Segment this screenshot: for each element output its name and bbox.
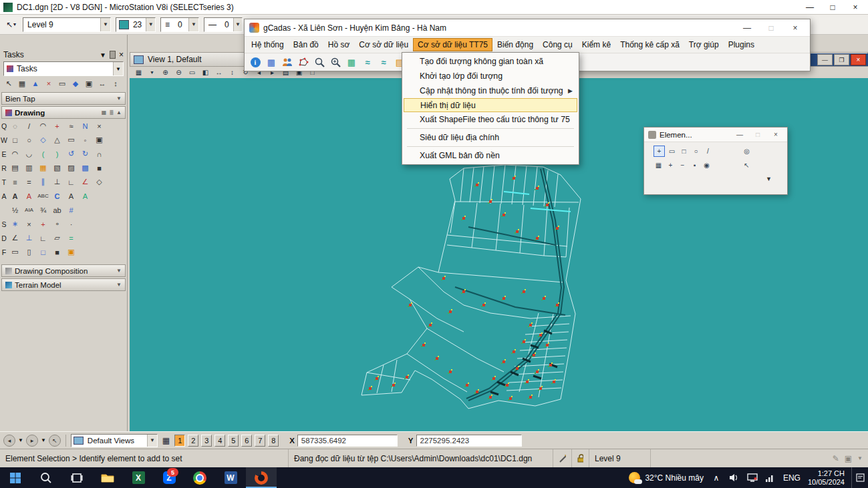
y-coordinate-field[interactable]: 2275295.2423 — [416, 435, 522, 447]
menu-item-khoi-tao-lop[interactable]: Khởi tạo lớp đối tượng — [404, 69, 577, 83]
gcadas-maximize-button[interactable]: □ — [761, 21, 781, 34]
x-coordinate-field[interactable]: 587335.6492 — [297, 435, 398, 447]
shape-tool-icon[interactable]: ▭ — [56, 77, 68, 89]
modify-arc-icon[interactable]: ) — [50, 148, 64, 160]
diamond-tool-icon[interactable]: ◆ — [69, 77, 82, 89]
chevron-down-icon[interactable]: ▼ — [147, 435, 157, 447]
menu-item-tao-doi-tuong[interactable]: Tạo đối tượng không gian toàn xã — [404, 54, 577, 69]
menu-item-xuat-shapefile[interactable]: Xuất ShapeFile theo cấu trúc thông tư 75 — [404, 112, 577, 127]
cursor-tool-icon[interactable]: ↖ — [742, 160, 752, 170]
element-toolbox-titlebar[interactable]: Elemen... — □ × — [644, 128, 787, 142]
chevron-down-icon[interactable]: ▼ — [766, 176, 772, 182]
triangle-tool-icon[interactable]: ▲ — [29, 77, 41, 89]
element-minimize-button[interactable]: — — [732, 130, 747, 140]
display-icon[interactable] — [747, 473, 758, 482]
place-cell-icon[interactable]: ▣ — [92, 134, 106, 146]
chevron-down-icon[interactable]: ▼ — [116, 268, 122, 274]
zoom-out-icon[interactable]: ⊖ — [173, 67, 184, 77]
parallel-lines-icon[interactable]: ∥ — [36, 176, 50, 188]
active-color-combo[interactable]: 23 ▼ — [116, 17, 156, 32]
chevron-down-icon[interactable]: ▼ — [113, 62, 123, 75]
menu-ho-so[interactable]: Hồ sơ — [323, 38, 355, 51]
chevron-down-icon[interactable]: ▼ — [146, 67, 158, 77]
filled-square-tool-icon[interactable]: ▪ — [690, 160, 700, 170]
collapse-icon[interactable]: ▲ — [116, 109, 122, 115]
measure-angle-icon[interactable]: ∠ — [8, 232, 22, 244]
window-area-icon[interactable]: ▭ — [186, 67, 198, 77]
select-element-tool-icon[interactable]: + — [654, 146, 665, 157]
view-attributes-icon[interactable]: ▦ — [133, 67, 144, 77]
cross-point-icon[interactable]: × — [22, 218, 36, 230]
trim-icon[interactable]: × — [92, 119, 106, 132]
fill-icon[interactable]: ■ — [92, 162, 106, 174]
users-icon[interactable] — [281, 55, 294, 69]
chevron-down-icon[interactable]: ▼ — [100, 51, 106, 59]
line-weight-combo[interactable]: ≡ 0 ▼ — [160, 17, 199, 32]
clock-widget[interactable]: 1:27 CH 10/05/2024 — [808, 469, 845, 487]
zoom-in-icon[interactable]: ⊕ — [160, 67, 171, 77]
view-toggle-8[interactable]: 8 — [268, 435, 279, 447]
view-toggle-4[interactable]: 4 — [214, 435, 225, 447]
language-indicator[interactable]: ENG — [783, 473, 801, 483]
gcadas-titlebar[interactable]: gCadas - Xã Liên Sơn - Huyện Kim Bảng - … — [245, 19, 810, 37]
pattern-icon[interactable]: ▦ — [36, 162, 50, 174]
measure-area-icon[interactable]: ▱ — [50, 232, 64, 244]
active-level-status[interactable]: Level 9 — [589, 449, 651, 467]
view1-minimize-button[interactable]: — — [817, 54, 833, 65]
add-tool-icon[interactable]: + — [666, 160, 676, 170]
menu-thong-ke-cap-xa[interactable]: Thống kê cấp xã — [615, 38, 684, 51]
word-button[interactable]: W — [215, 467, 246, 488]
equal-icon[interactable]: = — [22, 176, 36, 188]
fence-icon[interactable]: ▦ — [160, 433, 172, 448]
saved-views-combo[interactable]: Default Views ▼ — [71, 434, 158, 447]
layout-grid-icon[interactable]: ▦ — [102, 109, 107, 115]
parallel-icon[interactable]: ≡ — [8, 176, 22, 188]
tasks-combo[interactable]: Tasks ▼ — [3, 61, 124, 76]
main-maximize-button[interactable]: □ — [823, 1, 842, 13]
stretch-tool-icon[interactable]: ↕ — [110, 77, 122, 89]
view1-restore-button[interactable]: ❐ — [834, 54, 849, 65]
section-bien-tap[interactable]: Bien Tap ▼ — [1, 92, 126, 105]
view-toggle-2[interactable]: 2 — [188, 435, 198, 447]
view-toggle-3[interactable]: 3 — [201, 435, 212, 447]
menu-co-so-du-lieu[interactable]: Cơ sở dữ liệu — [354, 38, 413, 51]
cell-tall-icon[interactable]: ▯ — [22, 246, 36, 258]
place-circle-icon[interactable]: ○ — [22, 134, 36, 146]
layout-list-icon[interactable]: ≣ — [109, 109, 114, 115]
rounded-rect-tool-icon[interactable]: □ — [679, 146, 689, 156]
file-explorer-button[interactable] — [92, 467, 123, 488]
grid-tool-icon[interactable]: ▦ — [654, 160, 664, 170]
zoom-parcel-icon[interactable] — [313, 55, 326, 69]
ring-point-icon[interactable]: ∘ — [50, 218, 64, 230]
chevron-down-icon[interactable]: ▼ — [146, 18, 155, 31]
place-line-icon[interactable]: / — [22, 119, 36, 132]
globe-tool-icon[interactable]: ◉ — [702, 160, 712, 170]
zoom-plus-icon[interactable] — [329, 55, 342, 69]
rotate-cw-icon[interactable]: ↻ — [78, 148, 92, 160]
chevron-down-icon[interactable]: ▼ — [233, 18, 242, 31]
line-tool-icon[interactable]: / — [703, 146, 713, 156]
chevron-down-icon[interactable]: ▼ — [857, 455, 863, 461]
element-selection-tool-button[interactable]: ↖▾ — [4, 17, 18, 32]
gcadas-minimize-button[interactable]: — — [737, 21, 757, 34]
view-toggle-1[interactable]: 1 — [174, 435, 185, 447]
dot-point-icon[interactable]: · — [64, 218, 78, 230]
point-star-icon[interactable]: ∗ — [8, 218, 22, 230]
chevron-down-icon[interactable]: ▼ — [18, 437, 23, 443]
close-icon[interactable]: × — [119, 50, 124, 59]
zalo-button[interactable]: Z 5 — [154, 467, 184, 488]
measure-corner-icon[interactable]: ∟ — [36, 232, 50, 244]
text-abc-icon[interactable]: ABC — [36, 190, 50, 202]
lowercase-text-icon[interactable]: ab — [50, 204, 64, 216]
pattern-icon[interactable]: ▩ — [78, 162, 92, 174]
flow-arrow-icon[interactable]: ≈ — [377, 55, 390, 69]
menu-ban-do[interactable]: Bản đồ — [289, 38, 323, 51]
view-toggle-7[interactable]: 7 — [255, 435, 265, 447]
main-close-button[interactable]: × — [846, 1, 865, 13]
text-style-icon[interactable]: A — [64, 190, 78, 202]
place-point-icon[interactable]: + — [50, 119, 64, 132]
place-triangle-icon[interactable]: △ — [50, 134, 64, 146]
arc-tool-icon[interactable]: ◠ — [8, 148, 22, 160]
back-button[interactable]: ◂ — [3, 435, 15, 447]
place-ellipse-icon[interactable]: ◦ — [78, 134, 92, 146]
